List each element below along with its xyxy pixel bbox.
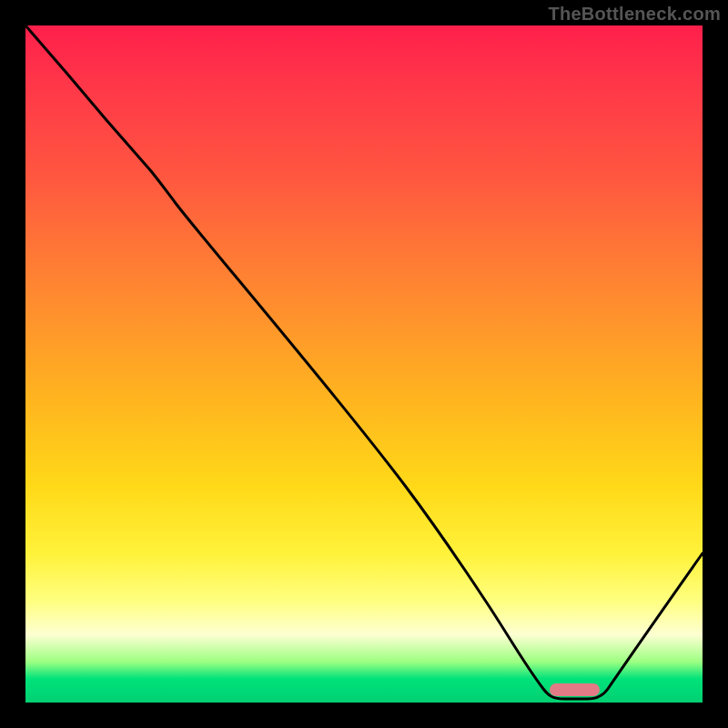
curve-path [25, 25, 703, 699]
watermark-text: TheBottleneck.com [548, 4, 721, 25]
bottleneck-curve [25, 25, 703, 703]
plot-area [25, 25, 703, 703]
optimal-marker [550, 683, 600, 696]
chart-outer: TheBottleneck.com [0, 0, 728, 728]
